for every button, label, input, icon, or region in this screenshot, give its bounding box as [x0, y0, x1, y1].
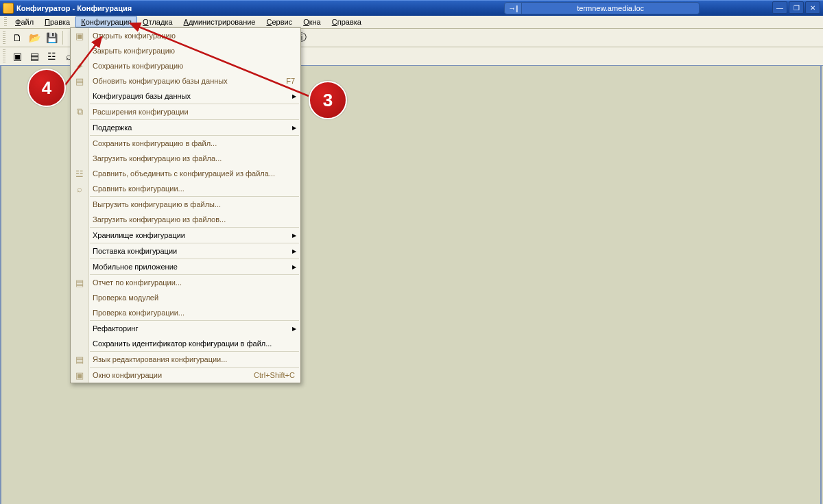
menu-item[interactable]: Сохранить идентификатор конфигурации в ф… — [71, 336, 300, 351]
menu-item-icon: ⌕ — [71, 184, 88, 194]
menu-item-label: Поставка конфигурации — [88, 247, 292, 255]
menu-item-label: Отчет по конфигурации... — [88, 278, 300, 287]
menu-item-label: Сравнить конфигурации... — [88, 184, 300, 193]
menu-item-icon: ▤ — [71, 76, 88, 86]
annotation-badge-4: 4 — [27, 69, 66, 107]
maximize-button[interactable]: ❐ — [789, 1, 804, 14]
menu-item[interactable]: Мобильное приложение▶ — [71, 259, 300, 274]
server-chip: →| termnew.amedia.loc — [504, 2, 700, 14]
menu-файл[interactable]: Файл — [10, 16, 39, 27]
menu-item-label: Сохранить конфигурацию — [88, 62, 300, 70]
menu-item[interactable]: ☳Сравнить, объединить с конфигурацией из… — [71, 166, 300, 181]
menu-item[interactable]: Рефакторинг▶ — [71, 321, 300, 336]
submenu-arrow-icon: ▶ — [292, 326, 300, 332]
menu-item-label: Окно конфигурации — [88, 371, 254, 379]
menu-item[interactable]: Загрузить конфигурацию из файла... — [71, 151, 300, 166]
submenu-arrow-icon: ▶ — [292, 232, 300, 239]
title-bar: Конфигуратор - Конфигурация →| termnew.a… — [0, 0, 823, 16]
menu-отладка[interactable]: Отладка — [137, 16, 178, 27]
menu-item-icon: ▤ — [71, 355, 88, 365]
menu-item[interactable]: Выгрузить конфигурацию в файлы... — [71, 197, 300, 212]
menu-item-icon: ☳ — [71, 169, 88, 179]
menu-item[interactable]: Проверка модулей — [71, 290, 300, 305]
menubar-grip — [4, 17, 7, 27]
menu-правка[interactable]: Правка — [39, 16, 75, 27]
menu-item[interactable]: Конфигурация базы данных▶ — [71, 88, 300, 104]
menu-item[interactable]: Поставка конфигурации▶ — [71, 243, 300, 259]
menu-item[interactable]: ▤Язык редактирования конфигурации... — [71, 352, 300, 367]
menu-item-label: Мобильное приложение — [88, 263, 292, 271]
menu-item[interactable]: Проверка конфигурации... — [71, 305, 300, 320]
toolbar-grip — [3, 31, 5, 45]
db-icon[interactable]: ▤ — [26, 48, 43, 64]
config-tree-icon[interactable]: ▣ — [9, 48, 25, 64]
menu-item-shortcut: Ctrl+Shift+C — [254, 371, 300, 379]
menu-item-label: Поддержка — [88, 123, 292, 132]
submenu-arrow-icon: ▶ — [292, 93, 300, 99]
menu-item-icon: ▣ — [71, 31, 88, 41]
menu-item-label: Сохранить конфигурацию в файл... — [88, 139, 300, 147]
menu-item-label: Открыть конфигурацию — [88, 32, 300, 40]
menu-item[interactable]: Загрузить конфигурацию из файлов... — [71, 212, 300, 227]
open-icon[interactable]: 📂 — [26, 29, 43, 46]
menu-item-label: Конфигурация базы данных — [88, 92, 292, 100]
annotation-badge-3: 3 — [309, 81, 347, 119]
window-title: Конфигуратор - Конфигурация — [16, 4, 132, 12]
configuration-menu: ▣Открыть конфигурациюЗакрыть конфигураци… — [70, 27, 301, 383]
menu-администрирование[interactable]: Администрирование — [178, 16, 261, 27]
compare-icon[interactable]: ☳ — [43, 48, 60, 64]
menu-item-label: Проверка конфигурации... — [88, 309, 300, 317]
menu-item[interactable]: ▤Обновить конфигурацию базы данныхF7 — [71, 73, 300, 88]
menu-item[interactable]: Хранилище конфигурации▶ — [71, 228, 300, 243]
menu-сервис[interactable]: Сервис — [261, 16, 298, 27]
menu-item-label: Расширения конфигурации — [88, 108, 300, 116]
menu-item-icon: ✦ — [71, 61, 88, 71]
menu-item-icon: ▤ — [71, 278, 88, 288]
minimize-button[interactable]: — — [772, 1, 787, 14]
submenu-arrow-icon: ▶ — [292, 248, 300, 254]
menu-item-label: Сравнить, объединить с конфигурацией из … — [88, 169, 300, 178]
submenu-arrow-icon: ▶ — [292, 264, 300, 270]
menu-item-label: Сохранить идентификатор конфигурации в ф… — [88, 339, 300, 348]
menu-item[interactable]: Сохранить конфигурацию в файл... — [71, 136, 300, 151]
menu-item[interactable]: ▣Открыть конфигурацию — [71, 28, 300, 43]
app-icon — [3, 3, 14, 14]
menu-item-label: Хранилище конфигурации — [88, 231, 292, 239]
menu-item-label: Закрыть конфигурацию — [88, 47, 300, 55]
close-button[interactable]: ✕ — [805, 1, 820, 14]
menu-item[interactable]: ▤Отчет по конфигурации... — [71, 275, 300, 290]
menu-справка[interactable]: Справка — [326, 16, 367, 27]
menu-item-icon: ▣ — [71, 370, 88, 381]
menu-item[interactable]: Поддержка▶ — [71, 120, 300, 135]
save-icon[interactable]: 💾 — [43, 29, 60, 46]
new-doc-icon[interactable]: 🗋 — [9, 29, 25, 46]
menu-item-label: Рефакторинг — [88, 324, 292, 333]
menu-item-label: Загрузить конфигурацию из файла... — [88, 154, 300, 163]
menu-item-label: Выгрузить конфигурацию в файлы... — [88, 200, 300, 208]
menu-item-label: Язык редактирования конфигурации... — [88, 355, 300, 363]
menu-окна[interactable]: Окна — [298, 16, 326, 27]
server-address: termnew.amedia.loc — [522, 2, 700, 14]
menu-item[interactable]: ⌕Сравнить конфигурации... — [71, 181, 300, 196]
server-pill-icon: →| — [504, 2, 522, 14]
menu-item[interactable]: ⧉Расширения конфигурации — [71, 104, 300, 119]
submenu-arrow-icon: ▶ — [292, 125, 300, 131]
menu-item-label: Проверка модулей — [88, 293, 300, 302]
menu-item-shortcut: F7 — [286, 77, 300, 85]
menu-конфигурация[interactable]: Конфигурация — [75, 16, 137, 27]
menu-item[interactable]: ▣Окно конфигурацииCtrl+Shift+C — [71, 368, 300, 383]
menu-item-label: Обновить конфигурацию базы данных — [88, 77, 286, 85]
menu-item-label: Загрузить конфигурацию из файлов... — [88, 215, 300, 224]
toolbar-grip-2 — [3, 49, 5, 63]
menu-item[interactable]: ✦Сохранить конфигурацию — [71, 58, 300, 73]
menu-item[interactable]: Закрыть конфигурацию — [71, 43, 300, 58]
menu-item-icon: ⧉ — [71, 106, 88, 117]
